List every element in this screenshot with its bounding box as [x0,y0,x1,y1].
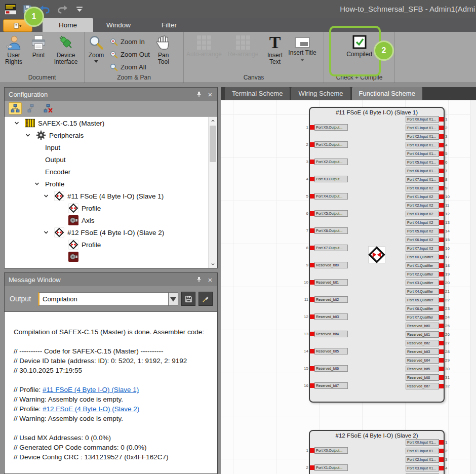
input-port[interactable]: Port X6.Input X1... 7 [406,167,452,175]
output-port[interactable]: 14 Reserved_bit5 [301,342,348,360]
tree-item[interactable]: Output [5,153,217,166]
port-connector-icon[interactable] [310,194,314,199]
port-connector-icon[interactable] [310,263,314,267]
input-port[interactable]: Port X3.Input X1... 4 [406,141,452,149]
user-rights-button[interactable]: User Rights [0,32,27,65]
port-connector-icon[interactable] [310,246,314,250]
input-port[interactable]: Port X5.Input X1... 6 [406,158,452,167]
output-port[interactable]: 9 Reserved_bit0 [301,256,348,273]
input-port[interactable]: Port X1.Qualifier 18 [406,261,452,270]
tree-item[interactable] [5,251,217,263]
output-port[interactable]: 6 Port X5.Output... [301,205,348,222]
insert-title-button[interactable]: Insert Title [288,32,316,63]
port-connector-icon[interactable] [310,314,314,319]
port-connector-icon[interactable] [439,117,444,122]
message-profile-link[interactable]: #12 FSoE (4 Byte I-O) (Slave 2) [43,405,139,413]
port-connector-icon[interactable] [439,440,444,445]
port-connector-icon[interactable] [439,126,444,130]
input-port[interactable]: Port X3.Qualifier 20 [406,279,452,287]
tree-item[interactable]: Profile [5,178,217,190]
zoom-all-button[interactable]: Zoom All [110,61,150,73]
port-connector-icon[interactable] [439,298,444,302]
tree-expander-icon[interactable] [43,229,54,235]
port-connector-icon[interactable] [439,457,444,462]
input-port[interactable]: Reserved_bit3 28 [406,347,452,356]
input-port[interactable]: Port X0.Qualifier 17 [406,253,452,261]
port-connector-icon[interactable] [439,324,444,328]
port-connector-icon[interactable] [310,280,314,285]
print-button[interactable]: Print [27,32,50,59]
port-connector-icon[interactable] [439,255,444,259]
input-port[interactable]: Reserved_bit1 26 [406,330,452,339]
redo-button[interactable] [56,3,69,16]
auto-arrange-button[interactable]: Auto-arrange [184,32,224,58]
scheme-tab[interactable]: Functional Scheme [352,87,422,100]
input-port[interactable]: Port X5.Input X2 14 [406,227,452,235]
input-port[interactable]: Reserved_bit5 30 [406,365,452,373]
input-port[interactable]: Port X0.Input X1... 1 [406,115,452,124]
output-port[interactable]: 13 Reserved_bit4 [301,325,348,342]
canvas-vertical-scrollbar[interactable] [470,100,476,474]
pan-tool-button[interactable]: Pan Tool [152,32,175,65]
tree-item[interactable]: Input [5,141,217,153]
input-port[interactable]: Port X2.Input X1... 3 [406,132,452,141]
ribbon-tab[interactable]: Filter [144,18,194,32]
zoom-out-button[interactable]: Zoom Out [110,48,150,61]
scroll-up-icon[interactable] [209,117,217,125]
port-connector-icon[interactable] [439,169,444,173]
port-connector-icon[interactable] [439,143,444,147]
output-port[interactable]: 4 Port X3.Output... [301,170,348,187]
port-connector-icon[interactable] [310,383,314,388]
port-connector-icon[interactable] [439,186,444,190]
output-port[interactable]: 12 Reserved_bit3 [301,308,348,325]
port-connector-icon[interactable] [310,349,314,353]
port-connector-icon[interactable] [439,466,444,470]
tree-expander-icon[interactable] [34,181,45,187]
port-connector-icon[interactable] [439,281,444,285]
port-connector-icon[interactable] [439,332,444,337]
input-port[interactable]: Port X2.Qualifier 19 [406,270,452,279]
port-connector-icon[interactable] [439,177,444,182]
port-connector-icon[interactable] [310,448,314,453]
port-connector-icon[interactable] [310,366,314,371]
re-arrange-button[interactable]: Re-arrange [224,32,262,58]
combobox-dropdown-icon[interactable] [169,292,178,306]
tree-scrollbar[interactable] [208,117,217,268]
input-port[interactable]: Port X1.Input X1... 2 [406,124,452,132]
tree-item[interactable]: Profile [5,202,217,214]
output-port[interactable]: 10 Reserved_bit1 [301,273,348,291]
port-connector-icon[interactable] [439,246,444,251]
port-connector-icon[interactable] [439,203,444,208]
tree-view-button[interactable] [9,102,22,114]
port-connector-icon[interactable] [439,194,444,199]
port-connector-icon[interactable] [310,142,314,147]
port-connector-icon[interactable] [439,449,444,453]
scroll-down-icon[interactable] [209,260,217,268]
tree-item[interactable]: #11 FSoE (4 Byte I-O) (Slave 1) [5,190,217,202]
scheme-tab[interactable]: Wiring Scheme [291,87,350,100]
port-connector-icon[interactable] [439,367,444,371]
port-connector-icon[interactable] [439,229,444,233]
output-port[interactable]: 5 Port X4.Output... [301,187,348,205]
port-connector-icon[interactable] [439,220,444,225]
zoom-button[interactable]: Zoom [85,32,108,63]
port-connector-icon[interactable] [439,263,444,268]
close-icon[interactable]: × [206,275,214,284]
input-port[interactable]: Port X6.Qualifier 23 [406,304,452,313]
output-port[interactable]: 11 Reserved_bit2 [301,291,348,308]
insert-text-button[interactable]: T Insert Text [262,32,288,65]
output-port[interactable]: 2 Port X1.Output... [301,136,348,153]
port-connector-icon[interactable] [310,465,314,470]
port-connector-icon[interactable] [439,238,444,242]
pin-icon[interactable] [195,90,203,98]
port-connector-icon[interactable] [439,160,444,165]
input-port[interactable]: Reserved_bit0 25 [406,322,452,330]
port-connector-icon[interactable] [439,315,444,320]
tree-item[interactable]: Axis [5,214,217,226]
customize-toolbar-button[interactable] [73,3,86,16]
input-port[interactable]: Reserved_bit2 27 [406,339,452,347]
zoom-in-button[interactable]: Zoom In [110,35,150,48]
port-connector-icon[interactable] [310,332,314,336]
port-connector-icon[interactable] [310,297,314,302]
input-port[interactable]: Port X0.Input X1... 1 [406,438,452,447]
